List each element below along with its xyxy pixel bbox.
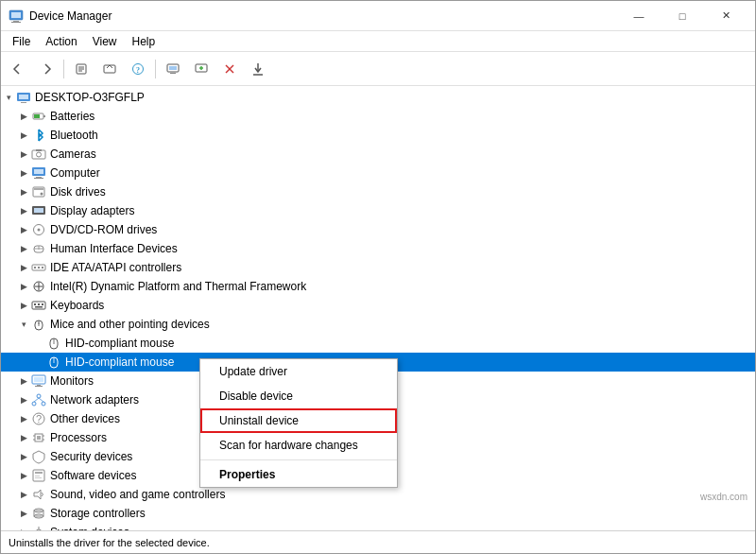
expand-bluetooth[interactable]: ▶ xyxy=(16,126,31,145)
expand-security[interactable]: ▶ xyxy=(16,447,31,466)
tree-item-cameras[interactable]: ▶ Cameras xyxy=(1,145,755,164)
svg-text:?: ? xyxy=(36,413,42,424)
tree-item-batteries[interactable]: ▶ Batteries xyxy=(1,107,755,126)
cameras-label: Cameras xyxy=(50,147,96,161)
properties-button[interactable] xyxy=(68,56,94,82)
svg-rect-27 xyxy=(43,115,45,117)
svg-rect-14 xyxy=(169,66,177,70)
context-menu-scan-hardware[interactable]: Scan for hardware changes xyxy=(200,433,397,458)
context-menu-update-driver[interactable]: Update driver xyxy=(200,359,397,384)
context-menu-uninstall-device[interactable]: Uninstall device xyxy=(200,408,397,433)
context-menu-properties[interactable]: Properties xyxy=(200,462,397,487)
expand-diskdrives[interactable]: ▶ xyxy=(16,182,31,201)
svg-point-38 xyxy=(41,193,43,196)
menu-help[interactable]: Help xyxy=(125,31,163,52)
svg-point-42 xyxy=(38,229,41,232)
properties-label: Properties xyxy=(219,468,275,481)
hid-icon xyxy=(31,241,46,256)
remove-button[interactable] xyxy=(216,56,243,82)
svg-rect-34 xyxy=(36,177,42,178)
batteries-icon xyxy=(31,109,46,124)
computer-label: Computer xyxy=(50,166,100,180)
expand-intel[interactable]: ▶ xyxy=(16,277,31,296)
sound-label: Sound, video and game controllers xyxy=(50,488,225,501)
expand-software[interactable]: ▶ xyxy=(16,466,31,485)
diskdrives-label: Disk drives xyxy=(50,185,106,199)
tree-item-computer[interactable]: ▶ Computer xyxy=(1,164,755,182)
intel-label: Intel(R) Dynamic Platform and Thermal Fr… xyxy=(50,280,306,293)
tree-item-keyboards[interactable]: ▶ Keyboards xyxy=(1,296,755,315)
expand-ide[interactable]: ▶ xyxy=(16,258,31,277)
computer-icon xyxy=(31,165,46,181)
tree-item-dvd[interactable]: ▶ DVD/CD-ROM drives xyxy=(1,220,755,239)
add-button[interactable] xyxy=(188,56,215,82)
tree-item-hid-mouse1[interactable]: ▶ HID-compliant mouse xyxy=(1,334,755,353)
svg-rect-48 xyxy=(38,267,40,268)
expand-displayadapters[interactable]: ▶ xyxy=(16,201,31,220)
download-button[interactable] xyxy=(245,56,271,82)
expand-sound[interactable]: ▶ xyxy=(16,485,31,504)
expand-processors[interactable]: ▶ xyxy=(16,428,31,447)
svg-rect-3 xyxy=(11,22,21,23)
diskdrives-icon xyxy=(31,184,46,199)
tree-item-hid[interactable]: ▶ Human Interface Devices xyxy=(1,239,755,258)
intel-icon xyxy=(31,279,46,294)
tree-item-diskdrives[interactable]: ▶ Disk drives xyxy=(1,182,755,201)
hid-mouse1-icon xyxy=(46,336,61,351)
network-icon xyxy=(31,392,46,407)
uninstall-device-label: Uninstall device xyxy=(219,414,299,427)
menu-action[interactable]: Action xyxy=(38,31,84,52)
expand-hid[interactable]: ▶ xyxy=(16,239,31,258)
expand-batteries[interactable]: ▶ xyxy=(16,107,31,126)
help-button[interactable]: ? xyxy=(125,56,151,82)
tree-item-mice[interactable]: ▾ Mice and other pointing devices xyxy=(1,315,755,334)
expand-dvd[interactable]: ▶ xyxy=(16,220,31,239)
context-menu-disable-device[interactable]: Disable device xyxy=(200,384,397,408)
sound-icon xyxy=(31,487,46,502)
expand-root[interactable]: ▾ xyxy=(1,88,16,107)
update-driver-button[interactable] xyxy=(96,56,123,82)
svg-rect-57 xyxy=(35,306,43,308)
expand-network[interactable]: ▶ xyxy=(16,390,31,409)
tree-item-intel[interactable]: ▶ Intel(R) Dynamic Platform and Thermal … xyxy=(1,277,755,296)
svg-text:?: ? xyxy=(136,65,140,74)
batteries-label: Batteries xyxy=(50,110,94,123)
window-title: Device Manager xyxy=(29,9,617,23)
scan-button[interactable] xyxy=(160,56,186,82)
expand-cameras[interactable]: ▶ xyxy=(16,145,31,164)
svg-rect-15 xyxy=(170,73,176,74)
svg-line-73 xyxy=(39,398,43,402)
expand-other[interactable]: ▶ xyxy=(16,409,31,428)
expand-storage[interactable]: ▶ xyxy=(16,504,31,523)
tree-item-bluetooth[interactable]: ▶ Bluetooth xyxy=(1,126,755,145)
expand-monitors[interactable]: ▶ xyxy=(16,372,31,390)
network-label: Network adapters xyxy=(50,393,139,407)
svg-rect-49 xyxy=(42,267,43,268)
expand-hid-mouse1: ▶ xyxy=(31,334,46,353)
tree-item-storage[interactable]: ▶ Storage controllers xyxy=(1,504,755,523)
tree-item-system[interactable]: ▶ System devices xyxy=(1,523,755,530)
processors-label: Processors xyxy=(50,431,107,444)
expand-system[interactable]: ▶ xyxy=(16,523,31,530)
keyboards-label: Keyboards xyxy=(50,299,104,312)
back-button[interactable] xyxy=(5,56,31,82)
svg-rect-33 xyxy=(34,169,43,174)
tree-item-sound[interactable]: ▶ Sound, video and game controllers xyxy=(1,485,755,504)
tree-item-displayadapters[interactable]: ▶ Display adapters xyxy=(1,201,755,220)
menu-file[interactable]: File xyxy=(5,31,38,52)
expand-keyboards[interactable]: ▶ xyxy=(16,296,31,315)
svg-rect-84 xyxy=(35,476,40,476)
tree-item-ide[interactable]: ▶ IDE ATA/ATAPI controllers xyxy=(1,258,755,277)
tree-item-root[interactable]: ▾ DESKTOP-O3FGFLP xyxy=(1,88,755,107)
svg-rect-40 xyxy=(34,208,43,213)
forward-button[interactable] xyxy=(33,56,60,82)
security-label: Security devices xyxy=(50,450,132,463)
svg-rect-54 xyxy=(34,303,36,305)
close-button[interactable]: ✕ xyxy=(704,1,747,31)
maximize-button[interactable]: □ xyxy=(661,1,704,31)
minimize-button[interactable]: — xyxy=(617,1,661,31)
expand-computer[interactable]: ▶ xyxy=(16,164,31,182)
menu-view[interactable]: View xyxy=(85,31,125,52)
root-label: DESKTOP-O3FGFLP xyxy=(35,91,145,104)
expand-mice[interactable]: ▾ xyxy=(16,315,31,334)
